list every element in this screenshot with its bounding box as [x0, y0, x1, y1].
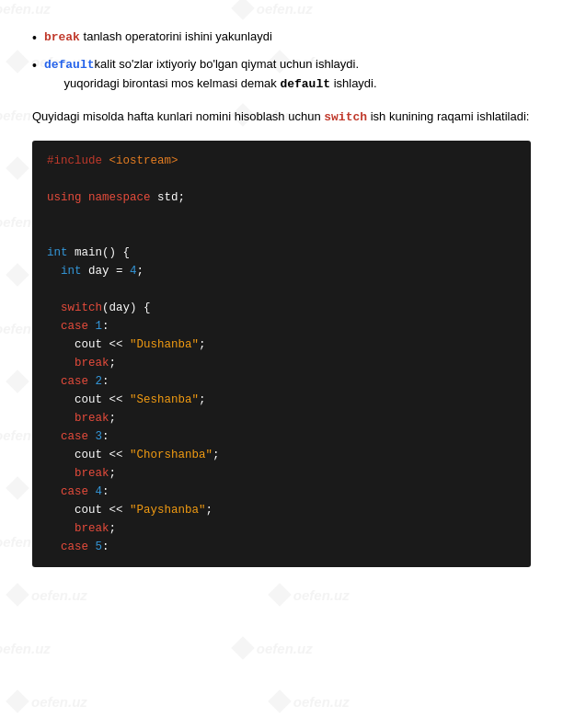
paragraph-prefix: Quyidagi misolda hafta kunlari nomini hi…	[32, 109, 324, 123]
keyword-switch: switch	[324, 110, 367, 124]
bullet-list: • break tanlash operatorini ishini yakun…	[32, 28, 531, 93]
code-line-17: break;	[47, 464, 516, 483]
code-line-3	[47, 207, 516, 225]
code-line-4	[47, 225, 516, 244]
code-line-13: cout << "Seshanba";	[47, 391, 516, 409]
code-line-11: break;	[47, 354, 516, 372]
code-line-12: case 2:	[47, 372, 516, 391]
bullet-dot-2: •	[32, 56, 37, 93]
code-line-20: break;	[47, 519, 516, 538]
code-line-19: cout << "Payshanba";	[47, 501, 516, 519]
code-line-15: case 3:	[47, 427, 516, 446]
paragraph-suffix: ish kunining raqami ishlatiladi:	[367, 109, 529, 123]
code-line-5: int main() {	[47, 244, 516, 262]
code-line-6: int day = 4;	[47, 262, 516, 280]
code-line-18: case 4:	[47, 483, 516, 501]
code-block: #include <iostream> using namespace std;…	[32, 141, 531, 567]
code-line-21: case 5:	[47, 538, 516, 556]
code-line-7	[47, 280, 516, 299]
code-line-0: #include <iostream>	[47, 152, 516, 170]
code-line-8: switch(day) {	[47, 299, 516, 317]
bullet-text-1: break tanlash operatorini ishini yakunla…	[44, 28, 272, 48]
keyword-break: break	[44, 30, 80, 44]
code-line-1	[47, 170, 516, 188]
list-item-break: • break tanlash operatorini ishini yakun…	[32, 28, 531, 48]
code-line-9: case 1:	[47, 317, 516, 336]
list-item-default: • defaultkalit so'zlar ixtiyoriy bo'lgan…	[32, 55, 531, 93]
code-line-2: using namespace std;	[47, 188, 516, 207]
code-line-16: cout << "Chorshanba";	[47, 446, 516, 464]
inline-default-code: default	[280, 77, 330, 91]
code-line-10: cout << "Dushanba";	[47, 336, 516, 354]
bullet-text-2: defaultkalit so'zlar ixtiyoriy bo'lgan q…	[44, 55, 377, 93]
bullet-dot-1: •	[32, 28, 37, 48]
code-line-14: break;	[47, 409, 516, 427]
page-content: • break tanlash operatorini ishini yakun…	[0, 0, 563, 586]
paragraph: Quyidagi misolda hafta kunlari nomini hi…	[32, 108, 531, 128]
keyword-default: default	[44, 58, 95, 72]
